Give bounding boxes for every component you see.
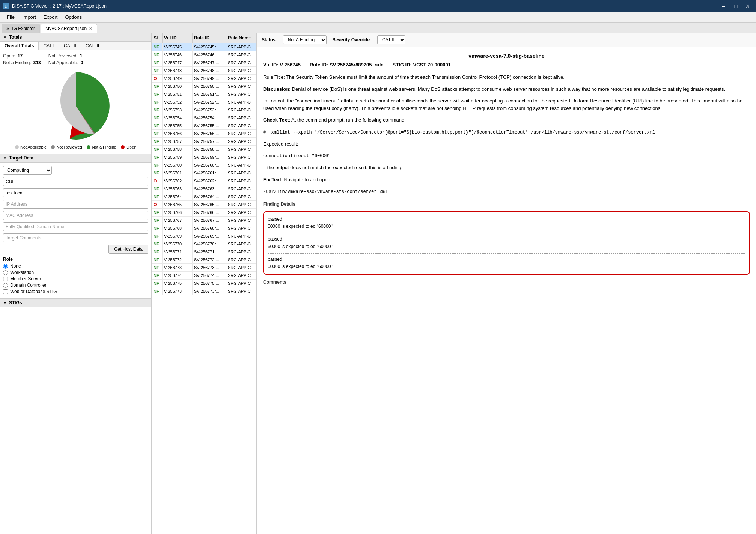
cell-vul-id: V-256765 [163, 201, 193, 208]
col-rule-id[interactable]: Rule ID [193, 33, 226, 43]
cell-rule-name: SRG-APP-C [226, 201, 256, 208]
cell-status: NF [152, 256, 163, 263]
comments-input[interactable] [3, 233, 148, 242]
cell-status: NF [152, 161, 163, 169]
menu-options[interactable]: Options [61, 13, 86, 21]
maximize-button[interactable]: □ [730, 1, 741, 11]
cell-status: NF [152, 232, 163, 240]
table-row[interactable]: NF V-256745 SV-256745r... SRG-APP-C [152, 43, 256, 51]
table-row[interactable]: NF V-256768 SV-256768r... SRG-APP-C [152, 224, 256, 232]
role-domain-controller-radio[interactable] [3, 283, 8, 288]
cell-rule-id: SV-256773r... [193, 287, 226, 295]
table-row[interactable]: NF V-256746 SV-256746r... SRG-APP-C [152, 51, 256, 59]
web-db-stig-checkbox[interactable] [3, 289, 8, 294]
role-workstation-radio[interactable] [3, 270, 8, 275]
table-row[interactable]: NF V-256764 SV-256764r... SRG-APP-C [152, 193, 256, 201]
col-rule-name[interactable]: Rule Nam+ [226, 33, 256, 43]
cell-vul-id: V-256759 [163, 153, 193, 161]
table-row[interactable]: O V-256765 SV-256765r... SRG-APP-C [152, 201, 256, 209]
table-row[interactable]: NF V-256774 SV-256774r... SRG-APP-C [152, 272, 256, 280]
domain-input[interactable] [3, 188, 148, 197]
table-row[interactable]: NF V-256757 SV-256757r... SRG-APP-C [152, 138, 256, 146]
table-row[interactable]: NF V-256754 SV-256754r... SRG-APP-C [152, 114, 256, 122]
severity-select[interactable]: CAT I CAT II CAT III [377, 35, 405, 44]
table-row[interactable]: NF V-256771 SV-256771r... SRG-APP-C [152, 248, 256, 256]
finding-box: passed 60000 is expected to eq "60000" p… [263, 211, 750, 275]
totals-triangle-icon: ▼ [3, 35, 7, 39]
target-data-header[interactable]: ▼ Target Data [0, 154, 151, 162]
cell-vul-id: V-256745 [163, 43, 193, 51]
table-row[interactable]: NF V-256763 SV-256763r... SRG-APP-C [152, 185, 256, 193]
col-vul-id[interactable]: Vul ID [163, 33, 193, 43]
role-none-radio[interactable] [3, 264, 8, 269]
name-input[interactable] [3, 177, 148, 186]
table-row[interactable]: NF V-256775 SV-256775r... SRG-APP-C [152, 280, 256, 287]
table-row[interactable]: NF V-256747 SV-256747r... SRG-APP-C [152, 59, 256, 67]
type-select[interactable]: Computing Network Software [3, 166, 52, 175]
role-member-server-radio[interactable] [3, 277, 8, 281]
tab-close-icon[interactable]: ✕ [89, 26, 92, 31]
cell-rule-name: SRG-APP-C [226, 287, 256, 295]
severity-dropdown: CAT I CAT II CAT III [377, 35, 405, 44]
tab-report[interactable]: MyVCSAReport.json ✕ [41, 24, 97, 33]
cell-rule-name: SRG-APP-C [226, 248, 256, 256]
table-row[interactable]: NF V-256773 SV-256773r... SRG-APP-C [152, 264, 256, 272]
fqdn-input[interactable] [3, 222, 148, 231]
table-row[interactable]: NF V-256752 SV-256752r... SRG-APP-C [152, 98, 256, 106]
tab-overall-totals[interactable]: Overall Totals [0, 42, 39, 50]
tab-cat-ii[interactable]: CAT II [59, 42, 81, 50]
totals-header[interactable]: ▼ Totals [0, 33, 151, 42]
cell-vul-id: V-256758 [163, 146, 193, 153]
table-row[interactable]: NF V-256748 SV-256748r... SRG-APP-C [152, 67, 256, 75]
left-panel: ▼ Totals Overall Totals CAT I CAT II CAT… [0, 33, 152, 534]
tab-stig-explorer[interactable]: STIG Explorer [2, 24, 40, 33]
cell-vul-id: V-256774 [163, 272, 193, 279]
table-row[interactable]: NF V-256753 SV-256753r... SRG-APP-C [152, 106, 256, 114]
table-row[interactable]: NF V-256773 SV-256773r... SRG-APP-C [152, 287, 256, 295]
table-row[interactable]: O V-256749 SV-256749r... SRG-APP-C [152, 75, 256, 83]
cell-rule-name: SRG-APP-C [226, 122, 256, 129]
table-row[interactable]: NF V-256758 SV-256758r... SRG-APP-C [152, 146, 256, 153]
not-reviewed-value: 1 [80, 53, 83, 59]
cell-vul-id: V-256756 [163, 130, 193, 137]
vul-id-label: Vul ID: V-256745 [263, 62, 301, 68]
menu-export[interactable]: Export [40, 13, 62, 21]
table-row[interactable]: NF V-256766 SV-256766r... SRG-APP-C [152, 209, 256, 217]
minimize-button[interactable]: – [718, 1, 729, 11]
table-row[interactable]: NF V-256756 SV-256756r... SRG-APP-C [152, 130, 256, 138]
table-row[interactable]: NF V-256760 SV-256760r... SRG-APP-C [152, 161, 256, 169]
col-status[interactable]: St... [152, 33, 163, 43]
ip-input[interactable] [3, 200, 148, 209]
cell-rule-id: SV-256774r... [193, 272, 226, 279]
status-select[interactable]: Not A Finding Open Not Applicable Not Re… [283, 35, 327, 44]
legend-dot-nr [51, 145, 55, 149]
table-row[interactable]: NF V-256767 SV-256767r... SRG-APP-C [152, 217, 256, 224]
tab-cat-i[interactable]: CAT I [39, 42, 59, 50]
fix-text-section: Fix Text: Navigate to and open: [263, 176, 750, 184]
close-button[interactable]: ✕ [742, 1, 753, 11]
table-row[interactable]: NF V-256759 SV-256759r... SRG-APP-C [152, 153, 256, 161]
cell-vul-id: V-256764 [163, 193, 193, 200]
cell-rule-id: SV-256765r... [193, 201, 226, 208]
menu-import[interactable]: Import [18, 13, 40, 21]
table-row[interactable]: O V-256762 SV-256762r... SRG-APP-C [152, 177, 256, 185]
cell-rule-id: SV-256767r... [193, 217, 226, 224]
menu-file[interactable]: File [3, 13, 18, 21]
table-row[interactable]: NF V-256751 SV-256751r... SRG-APP-C [152, 90, 256, 98]
table-row[interactable]: NF V-256772 SV-256772r... SRG-APP-C [152, 256, 256, 264]
cell-rule-name: SRG-APP-C [226, 51, 256, 59]
cell-rule-id: SV-256748r... [193, 67, 226, 74]
table-row[interactable]: NF V-256770 SV-256770r... SRG-APP-C [152, 240, 256, 248]
cell-vul-id: V-256755 [163, 122, 193, 129]
stigs-header[interactable]: ▼ STIGs [0, 299, 151, 307]
mac-input[interactable] [3, 211, 148, 220]
table-row[interactable]: NF V-256761 SV-256761r... SRG-APP-C [152, 169, 256, 177]
cell-vul-id: V-256750 [163, 83, 193, 90]
tab-cat-iii[interactable]: CAT III [81, 42, 104, 50]
fix-text-label: Fix Text [263, 177, 281, 182]
cell-rule-id: SV-256753r... [193, 106, 226, 114]
table-row[interactable]: NF V-256750 SV-256750r... SRG-APP-C [152, 83, 256, 90]
get-host-data-button[interactable]: Get Host Data [108, 245, 148, 254]
table-row[interactable]: NF V-256755 SV-256755r... SRG-APP-C [152, 122, 256, 130]
table-row[interactable]: NF V-256769 SV-256769r... SRG-APP-C [152, 232, 256, 240]
